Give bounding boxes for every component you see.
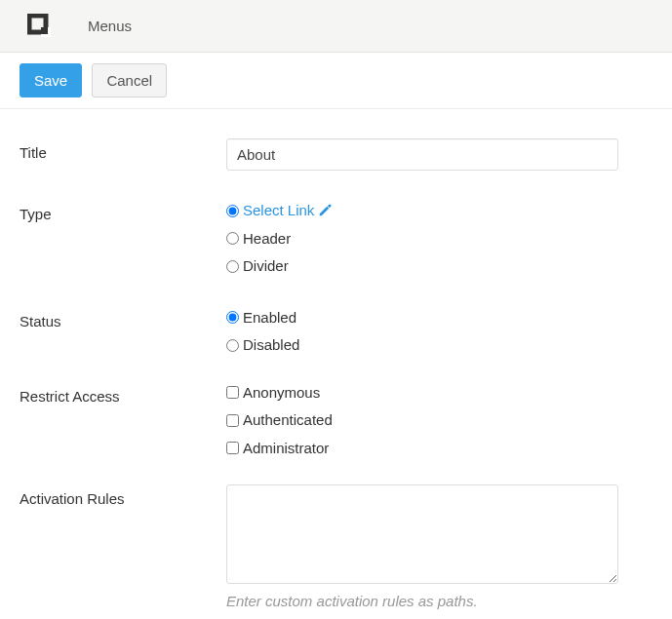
radio-header[interactable] [226,232,239,245]
radio-disabled[interactable] [226,339,239,352]
status-disabled-label: Disabled [243,334,299,357]
type-option-divider: Divider [226,255,618,278]
radio-divider[interactable] [226,260,239,273]
label-type: Type [20,200,226,222]
label-status: Status [20,307,226,329]
save-button[interactable]: Save [20,63,82,97]
type-header-label: Header [243,228,291,251]
radio-enabled[interactable] [226,311,239,324]
checkbox-authenticated[interactable] [226,414,239,427]
restrict-option-authenticated: Authenticated [226,409,618,432]
type-option-header: Header [226,228,618,251]
status-option-enabled: Enabled [226,307,618,329]
form: Title Type Select Link Header [0,109,672,619]
svg-rect-2 [41,27,48,34]
toolbar: Save Cancel [0,53,672,109]
pencil-icon[interactable] [318,204,332,217]
row-restrict: Restrict Access Anonymous Authenticated … [20,382,652,460]
label-restrict: Restrict Access [20,382,226,405]
label-activation: Activation Rules [20,484,226,507]
type-divider-label: Divider [243,255,289,278]
status-option-disabled: Disabled [226,334,618,357]
restrict-authenticated-label: Authenticated [243,409,333,432]
type-option-select-link: Select Link [226,200,618,222]
label-title: Title [20,138,226,161]
row-status: Status Enabled Disabled [20,307,652,357]
logo-icon [27,14,53,39]
app-header: Menus [0,0,672,53]
type-select-link-label: Select Link [243,200,314,222]
radio-select-link[interactable] [226,205,239,217]
checkbox-anonymous[interactable] [226,386,239,399]
row-activation: Activation Rules Enter custom activation… [20,484,652,609]
title-input[interactable] [226,138,618,171]
row-title: Title [20,138,652,171]
activation-help: Enter custom activation rules as paths. [226,593,618,609]
restrict-option-anonymous: Anonymous [226,382,618,405]
restrict-administrator-label: Administrator [243,438,329,460]
row-type: Type Select Link Header Divider [20,200,652,278]
restrict-anonymous-label: Anonymous [243,382,320,405]
activation-textarea[interactable] [226,484,618,584]
checkbox-administrator[interactable] [226,442,239,454]
page-title: Menus [88,18,132,34]
cancel-button[interactable]: Cancel [92,63,167,97]
restrict-option-administrator: Administrator [226,438,618,460]
status-enabled-label: Enabled [243,307,296,329]
